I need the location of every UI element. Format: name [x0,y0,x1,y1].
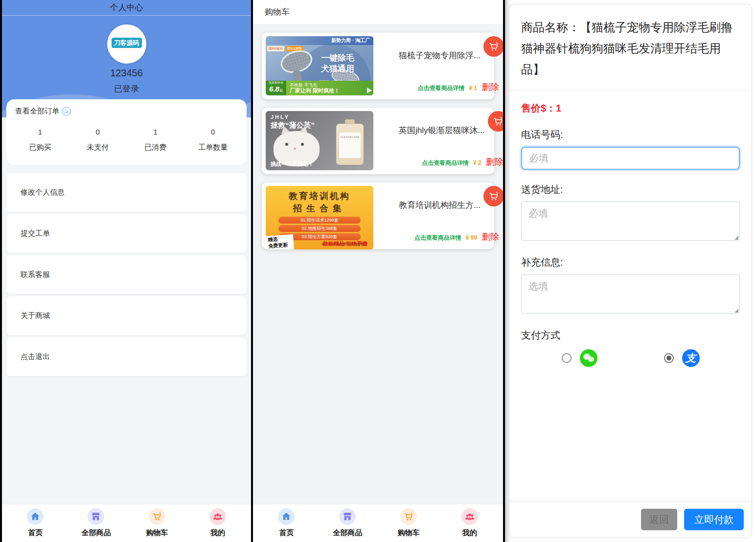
stats-row: 1 已购买 0 未支付 1 已消费 0 工单数量 [11,128,242,152]
order-panel: 商品名称：【猫梳子宠物专用除浮毛刷撸猫神器针梳狗狗猫咪毛发清理开结毛用品】 售价… [505,0,756,542]
nav-item-home[interactable]: 首页 [259,508,313,538]
image-price-block: 洗澡刷半价6.8起 [266,81,286,95]
stat-consumed: 1 已消费 [127,128,184,152]
stat-label: 未支付 [69,143,127,152]
stat-value: 0 [69,128,127,136]
stat-value: 1 [11,128,69,136]
product-title: 英国jhly银渐层猫咪沐... [399,125,485,136]
menu-item-edit-profile[interactable]: 修改个人信息 [6,173,247,212]
cart-item-info: 英国jhly银渐层猫咪沐... 点击查看商品详情 ¥ 2 删除 [373,111,503,171]
user-group-icon [209,508,226,525]
view-all-orders-label: 查看全部订单 [15,107,59,116]
payment-method-label: 支付方式 [521,329,740,342]
profile-body: 查看全部订单 → 1 已购买 0 未支付 1 已消费 [2,117,251,504]
wechat-pay-icon [580,349,597,367]
price-tag: 洗澡刷半价 [269,81,283,85]
alipay-icon: 支 [682,349,700,367]
view-detail-link[interactable]: 点击查看商品详情 [417,84,464,92]
cart-panel: 购物车 新势力周 · 淘工厂 满300减30 赠送运费险 一键除毛 犬猫通用 [253,0,503,542]
nav-item-all-products[interactable]: 全部商品 [69,508,123,538]
order-form: 售价$：1 电话号码: 送货地址: 补充信息: 支付方式 [509,90,752,501]
menu-item-contact-support[interactable]: 联系客服 [6,255,247,294]
product-title: 猫梳子宠物专用除浮... [399,50,481,61]
cart-item-actions: 点击查看商品详情 ¥ 99 删除 [414,231,499,243]
nav-label: 购物车 [397,528,419,538]
stat-label: 工单数量 [184,143,242,152]
image-bottom-bar: 洗澡刷半价6.8起 不伤肤 不飞毛 厂家让利 限时疯抢！ [266,81,373,95]
nav-item-cart[interactable]: 购物车 [130,508,184,538]
view-detail-link[interactable]: 点击查看商品详情 [422,159,469,167]
store-icon [88,508,104,525]
image-title: 教育培训机构 [266,190,373,202]
pay-now-button[interactable]: 立即付款 [684,509,744,530]
bottle-illustration: CLEAN&CARE [336,124,364,165]
nav-item-cart[interactable]: 购物车 [382,508,435,538]
stat-tickets: 0 工单数量 [184,128,242,152]
payment-options: 支 [521,349,740,367]
price-suffix: 起 [279,89,283,92]
view-detail-link[interactable]: 点击查看商品详情 [414,234,461,242]
menu-item-label: 联系客服 [21,270,50,279]
alipay-radio[interactable] [664,353,674,363]
phone-input[interactable] [521,147,740,170]
badge: 满300减30 [267,46,284,51]
menu-item-label: 点击退出 [21,352,50,361]
image-corner-label: 精选 免费更新 [266,234,294,249]
item-price: ¥ 1 [469,85,477,91]
address-textarea[interactable] [521,202,740,241]
cart-item-info: 教育培训机构招生方... 点击查看商品详情 ¥ 99 删除 [373,186,502,246]
home-icon [278,508,295,525]
payment-option-alipay[interactable]: 支 [664,349,700,367]
bottom-nav: 首页 全部商品 购物车 我的 [253,504,503,542]
order-card: 商品名称：【猫梳子宠物专用除浮毛刷撸猫神器针梳狗狗猫咪毛发清理开结毛用品】 售价… [509,4,752,538]
nav-item-mine[interactable]: 我的 [191,508,245,538]
nav-label: 全部商品 [81,528,111,538]
stat-value: 0 [184,128,242,136]
delete-button[interactable]: 删除 [481,81,499,93]
menu-item-label: 关于商城 [21,311,50,320]
cart-header: 购物车 [253,0,503,24]
cart-icon [149,508,165,525]
view-all-orders-link[interactable]: 查看全部订单 → [11,107,242,116]
bottom-nav: 首页 全部商品 购物车 我的 [2,504,251,542]
stat-value: 1 [127,128,184,136]
list-bar: 01.招生话术1290套 [278,217,361,224]
product-name: 商品名称：【猫梳子宠物专用除浮毛刷撸猫神器针梳狗狗猫咪毛发清理开结毛用品】 [509,4,752,90]
brand-text: JHLY [271,114,290,120]
cart-item-info: 猫梳子宠物专用除浮... 点击查看商品详情 ¥ 1 删除 [373,36,502,96]
nav-item-home[interactable]: 首页 [8,508,62,538]
cart-item[interactable]: 教育培训机构 招生合集 01.招生话术1290套 02.地推招生368套 03.… [262,182,494,249]
product-image[interactable]: JHLY 拯救“蒲公英” CLEAN&CARE 挑战——不掉毛！ [266,111,373,170]
delete-button[interactable]: 删除 [481,231,499,243]
product-image[interactable]: 新势力周 · 淘工厂 满300减30 赠送运费险 一键除毛 犬猫通用 [266,36,373,95]
menu-item-label: 提交工单 [21,229,50,238]
extra-info-textarea[interactable] [521,274,740,314]
product-image[interactable]: 教育培训机构 招生合集 01.招生话术1290套 02.地推招生368套 03.… [266,186,373,249]
headline-line: 一键除毛 [306,53,369,64]
menu-item-logout[interactable]: 点击退出 [6,338,247,376]
cart-item[interactable]: JHLY 拯救“蒲公英” CLEAN&CARE 挑战——不掉毛！ [262,108,494,174]
image-title: 招生合集 [266,203,373,214]
slogan-line: 不伤肤 不飞毛 [290,83,340,88]
back-button[interactable]: 返回 [641,509,677,530]
cart-badge-icon [488,111,503,132]
price-line: 售价$：1 [521,102,740,115]
menu-item-about-mall[interactable]: 关于商城 [6,296,247,335]
orders-card: 查看全部订单 → 1 已购买 0 未支付 1 已消费 [6,99,247,165]
menu-item-submit-ticket[interactable]: 提交工单 [6,214,247,253]
nav-label: 全部商品 [333,528,362,538]
nav-label: 首页 [28,528,43,538]
headline-line: 犬猫通用 [306,64,369,74]
nav-label: 购物车 [146,528,168,538]
wechat-radio[interactable] [562,353,572,363]
delete-button[interactable]: 删除 [486,156,503,168]
arrow-right-circle-icon: → [62,107,71,116]
cart-item[interactable]: 新势力周 · 淘工厂 满300减30 赠送运费险 一键除毛 犬猫通用 [262,33,494,99]
address-label: 送货地址: [521,183,740,196]
payment-option-wechat[interactable] [562,349,597,367]
nav-label: 我的 [210,528,225,538]
list-bar: 02.地推招生368套 [278,225,361,232]
nav-item-all-products[interactable]: 全部商品 [321,508,374,538]
page-title: 个人中心 [110,2,143,13]
nav-item-mine[interactable]: 我的 [443,508,497,538]
